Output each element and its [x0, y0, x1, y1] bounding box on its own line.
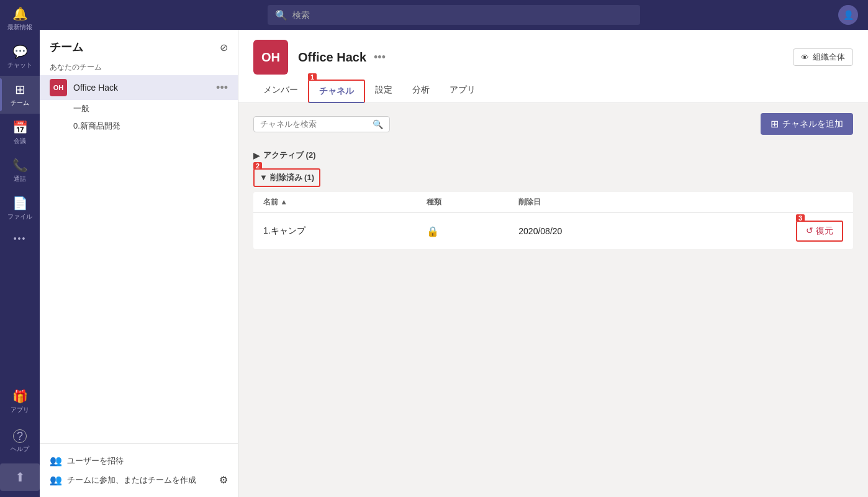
deleted-section-wrapper: 2 ▼ 削除済み (1): [253, 168, 320, 187]
sidebar-item-teams[interactable]: ⊞ チーム: [0, 76, 40, 114]
notifications-icon: 🔔: [12, 6, 28, 21]
col-type: 種類: [417, 192, 509, 213]
sidebar-item-files[interactable]: 📄 ファイル: [0, 189, 40, 227]
tab-settings[interactable]: 設定: [365, 80, 402, 103]
main-container: チーム ⊘ あなたのチーム OH Office Hack ••• 一般 0.新商…: [40, 30, 868, 497]
channel-deleted-date-cell: 2020/08/20: [509, 213, 676, 250]
icon-rail: 🔔 最新情報 💬 チャット ⊞ チーム 📅 会議 📞 通話 📄 ファイル: [0, 0, 40, 497]
col-action: [676, 192, 853, 213]
invite-label: ユーザーを招待: [67, 455, 124, 467]
tab-members[interactable]: メンバー: [253, 80, 308, 103]
calendar-label: 会議: [14, 137, 26, 145]
table-row: 1.キャンプ 🔒 2020/08/20 3: [253, 213, 853, 250]
deleted-section-label: 削除済み (1): [270, 173, 315, 182]
org-icon: 👁: [801, 53, 809, 62]
team-logo: OH: [253, 40, 288, 75]
search-input[interactable]: [292, 10, 633, 20]
team-dots-icon[interactable]: •••: [374, 51, 386, 64]
add-channel-button[interactable]: ⊞ チャネルを追加: [761, 113, 853, 135]
search-icon: 🔍: [275, 9, 287, 21]
left-panel-header: チーム ⊘: [40, 30, 238, 60]
teams-icon: ⊞: [15, 82, 25, 97]
sidebar-item-calendar[interactable]: 📅 会議: [0, 114, 40, 152]
team-more-icon[interactable]: •••: [216, 81, 228, 94]
filter-icon[interactable]: ⊘: [220, 42, 228, 53]
lock-icon: 🔒: [427, 226, 439, 237]
active-section-header[interactable]: ▶ アクティブ (2): [253, 145, 853, 163]
team-header-top: OH Office Hack ••• 👁 組織全体: [253, 40, 853, 75]
channel-search-box[interactable]: 🔍: [253, 116, 390, 132]
tabs-row: メンバー 1 チャネル 設定 分析 アプリ: [253, 80, 853, 103]
your-teams-label: あなたのチーム: [40, 60, 238, 75]
files-label: ファイル: [7, 212, 32, 221]
sidebar-item-calls[interactable]: 📞 通話: [0, 152, 40, 189]
active-expand-icon: ▶: [253, 151, 260, 160]
team-header: OH Office Hack ••• 👁 組織全体: [238, 30, 868, 103]
sidebar-item-chat[interactable]: 💬 チャット: [0, 38, 40, 76]
channel-item-general[interactable]: 一般: [40, 100, 238, 117]
chat-label: チャット: [7, 61, 32, 70]
channel-name-cell: 1.キャンプ: [253, 213, 417, 250]
tab-analytics[interactable]: 分析: [402, 80, 440, 103]
col-name: 名前 ▲: [253, 192, 417, 213]
settings-icon[interactable]: ⚙: [219, 474, 228, 486]
restore-button[interactable]: 3 ↺ 復元: [796, 221, 843, 242]
upload-icon: ⬆: [15, 470, 25, 485]
sidebar-item-upload[interactable]: ⬆: [0, 463, 40, 491]
more-icon: •••: [14, 234, 27, 244]
top-bar: 🔍 👤: [40, 0, 868, 30]
apps-icon: 🎁: [12, 389, 28, 404]
team-header-left: OH Office Hack •••: [253, 40, 386, 75]
apps-label: アプリ: [11, 406, 29, 414]
join-icon: 👥: [50, 474, 62, 486]
help-label: ヘルプ: [11, 445, 29, 454]
invite-icon: 👥: [50, 455, 62, 467]
right-panel: OH Office Hack ••• 👁 組織全体: [238, 30, 868, 497]
team-name-office-hack: Office Hack: [73, 83, 210, 93]
sidebar-item-help[interactable]: ? ヘルプ: [0, 423, 40, 460]
channel-content: 🔍 ⊞ チャネルを追加 ▶ アクティブ (2) 2 ▼ 削除済み (1): [238, 103, 868, 497]
avatar[interactable]: 👤: [838, 5, 858, 25]
notifications-label: 最新情報: [7, 23, 32, 32]
channel-search-icon: 🔍: [373, 119, 383, 129]
files-icon: 📄: [12, 196, 28, 211]
invite-user-action[interactable]: 👥 ユーザーを招待: [50, 451, 228, 470]
restore-icon: ↺: [806, 226, 813, 235]
tab-apps[interactable]: アプリ: [440, 80, 486, 103]
calls-label: 通話: [14, 175, 26, 183]
channel-toolbar: 🔍 ⊞ チャネルを追加: [253, 113, 853, 135]
chat-icon: 💬: [12, 44, 28, 59]
avatar-icon: 👤: [843, 10, 854, 20]
deleted-expand-icon: ▼: [260, 173, 268, 182]
sidebar-item-more[interactable]: •••: [0, 227, 40, 252]
teams-label: チーム: [11, 99, 29, 107]
channel-action-cell: 3 ↺ 復元: [676, 213, 853, 250]
search-box[interactable]: 🔍: [268, 5, 640, 25]
add-channel-icon: ⊞: [771, 118, 779, 130]
help-icon: ?: [13, 429, 27, 443]
sidebar-item-apps[interactable]: 🎁 アプリ: [0, 383, 40, 421]
deleted-section-header[interactable]: 2 ▼ 削除済み (1): [253, 168, 320, 187]
sidebar-item-notifications[interactable]: 🔔 最新情報: [0, 0, 40, 38]
channel-type-cell: 🔒: [417, 213, 509, 250]
left-panel: チーム ⊘ あなたのチーム OH Office Hack ••• 一般 0.新商…: [40, 30, 238, 497]
team-header-info: Office Hack •••: [298, 50, 386, 65]
calendar-icon: 📅: [12, 120, 28, 135]
team-header-name: Office Hack: [298, 50, 366, 65]
teams-panel-title: チーム: [50, 40, 83, 55]
channel-search-input[interactable]: [260, 119, 369, 129]
team-item-office-hack[interactable]: OH Office Hack •••: [40, 75, 238, 100]
deleted-channels-table: 名前 ▲ 種類 削除日 1.キャンプ: [253, 192, 853, 249]
join-label: チームに参加、またはチームを作成: [67, 475, 196, 486]
channel-item-new-product[interactable]: 0.新商品開発: [40, 117, 238, 135]
active-section-label: アクティブ (2): [263, 150, 316, 161]
team-avatar-office-hack: OH: [50, 79, 67, 96]
org-button[interactable]: 👁 組織全体: [793, 48, 853, 66]
tab-channels[interactable]: 1 チャネル: [308, 80, 365, 103]
left-panel-footer: 👥 ユーザーを招待 👥 チームに参加、またはチームを作成 ⚙: [40, 443, 238, 497]
calls-icon: 📞: [12, 158, 28, 173]
join-team-action[interactable]: 👥 チームに参加、またはチームを作成 ⚙: [50, 470, 228, 490]
col-deleted-date: 削除日: [509, 192, 676, 213]
